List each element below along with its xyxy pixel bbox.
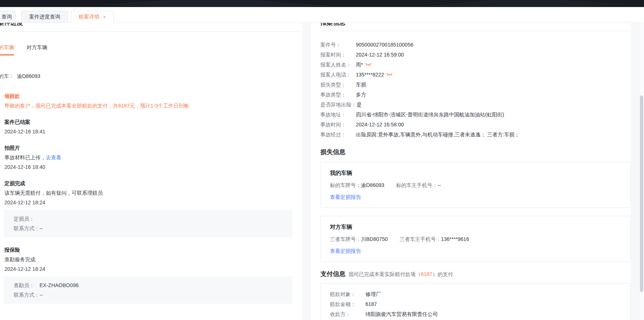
timeline-item-time: 2024-12-12 18:24 [4,199,302,206]
case-info-value: 是 [357,102,362,108]
detail-box-label: 定损员： [14,215,40,222]
case-info-label: 报案人电话： [320,70,356,80]
case-info-value: 四川省-绵阳市-涪城区-普明街道绵兴东路中国航油加油站(虹阳街) [356,112,504,118]
vehicle-tab-subject[interactable]: 标的车辆 [0,42,14,55]
case-info-label: 报案时间： [320,50,356,60]
loss-info-title: 损失信息 [320,149,345,156]
card-field-value: 川BD80750 [361,236,388,242]
card-field-label: 标的车牌号： [330,182,361,188]
left-panel-clipped-heading: 案件进度 [0,23,23,27]
timeline-item: 报保险查勘服务完成2024-12-12 18:24查勘员：EX-ZHAOBO09… [4,246,302,304]
timeline-item-title: 定损完成 [4,180,302,187]
timeline-item: 定损完成该车辆无需赔付，如有疑问，可联系理赔员2024-12-12 18:24定… [4,180,302,237]
payment-card: 赔款对象：修理厂赔款金额：6187收款方：绵阳旗俊汽车贸易有限责任公司收款账户：… [320,283,631,320]
case-info-label: 事故类型： [320,90,356,100]
scrollbar-thumb[interactable] [640,95,643,292]
my-vehicle-card: 我的车辆标的车牌号：渝D86093标的车主手机号：--查看定损报告 [320,162,631,208]
tab-case-progress[interactable]: 案件进度查询 [21,11,68,23]
case-info-value: 出险原因:意外事故,车辆意外,与机动车碰撞,三者未逃逸； 三者方:车损； [356,132,519,137]
card-field-label: 标的车主手机号： [396,182,437,188]
detail-box-value: EX-ZHAOBO096 [40,282,79,288]
timeline-item-time: 2024-12-16 18:40 [4,163,302,171]
eye-invisible-icon[interactable] [386,70,393,80]
payment-row: 赔款对象：修理厂 [330,289,622,299]
tab-query[interactable]: 查询 [0,11,16,23]
timeline-item-time: 2024-12-16 18:41 [4,128,302,135]
case-info-row: 案件号：90500002700185100056 [320,40,631,50]
case-info-row: 是否异地出险：是 [320,100,631,110]
timeline-item-title: 案件已结案 [4,118,302,126]
card-field: 标的车主手机号：-- [396,182,441,188]
timeline-item: 拍照片事故材料已上传，去查看2024-12-16 18:40 [4,144,302,171]
timeline-item-detail-box: 查勘员：EX-ZHAOBO096联系方式：-- [4,276,293,304]
progress-timeline: 领赔款尊敬的客户，我司已完成本案全部赔款的支付，共6187元，预计1-3个工作日… [0,92,302,304]
case-info-row: 事故类型：多方 [320,90,631,100]
case-info-value: 2024-12-12 16:58:00 [356,122,404,127]
case-info-row: 报案人电话：135****8222 [320,70,631,80]
case-info-label: 事故时间： [320,120,356,130]
card-fields: 标的车牌号：渝D86093标的车主手机号：-- [330,181,622,189]
case-info-row: 事故经过：出险原因:意外事故,车辆意外,与机动车碰撞,三者未逃逸； 三者方:车损… [320,130,631,140]
tab-label: 查询 [1,14,12,20]
case-info-value: 2024-12-12 16:59:00 [356,52,404,58]
case-info-label: 是否异地出险： [320,100,357,110]
card-field-value: 渝D86093 [361,182,384,188]
payment-amount: 6187 [421,271,432,277]
case-info-row: 事故地址：四川省-绵阳市-涪城区-普明街道绵兴东路中国航油加油站(虹阳街) [320,110,631,120]
go-view-link[interactable]: 去查看 [46,154,61,160]
payment-info-subtitle: 我司已完成本案实际赔付款项（6187）的支付 [348,271,453,277]
timeline-item-title: 领赔款 [4,92,302,100]
banner-decor-shape [96,0,333,7]
detail-box-row: 联系方式：-- [14,225,293,232]
payment-info-heading: 支付信息我司已完成本案实际赔付款项（6187）的支付 [320,270,631,279]
payment-row-label: 赔款对象： [330,289,365,299]
payment-row-label: 收款方： [330,309,365,319]
tab-bar: 查询案件进度查询赔案详情× [0,7,644,23]
close-icon[interactable]: × [103,14,106,19]
view-loss-report-link[interactable]: 查看定损报告 [330,193,361,201]
payment-subtitle-prefix: 我司已完成本案实际赔付款项（ [348,271,421,277]
case-detail-panel: 报案信息 案件号：90500002700185100056报案时间：2024-1… [311,23,631,320]
timeline-item-desc: 该车辆无需赔付，如有疑问，可联系理赔员 [4,189,302,197]
tab-label: 案件进度查询 [29,14,60,20]
case-info-value: 车损 [356,82,366,88]
case-info-row: 报案人姓名：周* [320,60,631,70]
view-loss-report-link[interactable]: 查看定损报告 [330,247,361,255]
case-info-value: 135****8222 [356,72,384,78]
panel-gutter [631,23,639,320]
content-area: 案件进度 标的车辆对方车辆 标的车：渝D86093 领赔款尊敬的客户，我司已完成… [0,23,644,320]
card-field: 标的车牌号：渝D86093 [330,182,384,188]
vehicle-tab-other[interactable]: 对方车辆 [27,42,47,55]
eye-invisible-icon[interactable] [365,60,372,70]
payment-subtitle-suffix: ）的支付 [432,271,453,277]
case-info-row: 报案时间：2024-12-12 16:59:00 [320,50,631,60]
detail-box-label: 查勘员： [14,282,40,289]
case-info-row: 损失类型：车损 [320,80,631,90]
right-panel-clipped-heading: 报案信息 [320,23,345,27]
case-info-value: 周* [356,62,363,68]
timeline-item-time: 2024-12-12 18:24 [4,265,302,273]
vertical-scrollbar[interactable] [639,23,644,320]
detail-box-row: 查勘员：EX-ZHAOBO096 [14,282,293,289]
subject-vehicle-label: 标的车： [0,73,14,79]
subject-vehicle-line: 标的车：渝D86093 [0,72,302,80]
card-field-label: 三者车牌号： [330,236,361,242]
right-panel-header: 报案信息 [320,23,631,31]
detail-box-row: 定损员： [14,215,293,222]
card-field: 三者车主手机号：136****9616 [399,236,469,242]
tab-case-detail[interactable]: 赔案详情× [71,11,114,23]
payment-row-label: 赔款金额： [330,299,365,309]
payment-info-title: 支付信息 [320,270,345,278]
card-field-value: -- [437,182,441,188]
loss-info-cards: 我的车辆标的车牌号：渝D86093标的车主手机号：--查看定损报告对方车辆三者车… [320,162,631,262]
timeline-item-title: 报保险 [4,246,302,253]
card-title: 我的车辆 [330,169,622,177]
case-info-label: 案件号： [320,40,356,50]
vehicle-tabs: 标的车辆对方车辆 [0,42,302,55]
case-info-label: 事故地址： [320,110,356,120]
detail-box-label: 联系方式： [14,291,40,299]
case-info-label: 报案人姓名： [320,60,356,70]
payment-row: 收款方：绵阳旗俊汽车贸易有限责任公司 [330,309,622,319]
detail-box-row: 联系方式：-- [14,291,293,299]
timeline-item-desc: 事故材料已上传，去查看 [4,154,302,161]
